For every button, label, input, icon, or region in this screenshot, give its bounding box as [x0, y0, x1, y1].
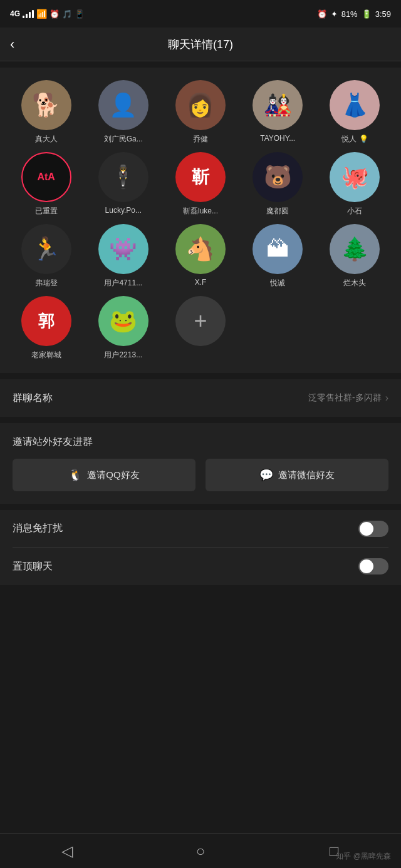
tiktok-icon: 🎵: [62, 9, 72, 19]
member-name: 乔健: [193, 134, 208, 145]
member-name: 用户4711...: [104, 278, 142, 288]
member-avatar: 🐴: [175, 224, 226, 274]
pin-label: 置顶聊天: [13, 560, 53, 573]
watermark: 知乎 @黑啤先森: [336, 851, 391, 862]
member-item[interactable]: 🏃弗瑞登: [10, 224, 82, 288]
wechat-icon: 💬: [259, 468, 273, 482]
member-avatar: 🐙: [330, 152, 380, 202]
member-avatar: 👾: [98, 224, 148, 274]
status-bar: 4G 📶 ⏰ 🎵 📱 ⏰ ✦ 81% 🔋 3:59: [0, 0, 401, 28]
member-avatar: 🕴: [98, 152, 148, 202]
member-name: 刘广民Ga...: [104, 134, 143, 145]
member-avatar: 👗: [330, 80, 380, 130]
member-item[interactable]: 🌲烂木头: [319, 224, 391, 288]
qq-icon: 🐧: [68, 468, 82, 482]
member-name: 已重置: [35, 206, 58, 217]
member-item[interactable]: 🐙小石: [319, 152, 391, 217]
bottom-nav: ◁ ○ □ 知乎 @黑啤先森: [0, 833, 401, 868]
member-avatar: 🐕: [21, 80, 71, 130]
member-avatar: 🐻: [253, 152, 303, 202]
group-name-value: 泛零售社群-多闪群 ›: [308, 392, 388, 404]
member-avatar: 👤: [98, 80, 148, 130]
pin-toggle-knob: [360, 559, 373, 573]
member-name: Lucky.Po...: [105, 206, 142, 215]
member-item[interactable]: 🐴X.F: [164, 224, 236, 288]
nav-home-button[interactable]: ○: [175, 839, 226, 864]
status-left: 4G 📶 ⏰ 🎵 📱: [10, 9, 85, 19]
member-name: 悦诚: [270, 278, 285, 288]
members-grid: 🐕真大人👤刘广民Ga...👩乔健🎎TAYOHY...👗悦人 💡AtA已重置🕴Lu…: [10, 80, 391, 360]
group-name-row[interactable]: 群聊名称 泛零售社群-多闪群 ›: [13, 379, 388, 417]
member-item[interactable]: 🕴Lucky.Po...: [87, 152, 159, 217]
bluetooth-icon: ✦: [331, 9, 338, 19]
app-icon: 📱: [75, 9, 85, 19]
member-avatar: 🐸: [98, 296, 148, 346]
member-name: 老家郸城: [31, 350, 61, 360]
member-item[interactable]: 靳靳磊luke...: [164, 152, 236, 217]
member-name: 悦人 💡: [341, 134, 368, 145]
member-name: 魔都圆: [266, 206, 289, 217]
invite-section: 邀请站外好友进群 🐧 邀请QQ好友 💬 邀请微信好友: [0, 423, 401, 504]
member-avatar: 🎎: [253, 80, 303, 130]
member-item[interactable]: 🏔悦诚: [242, 224, 314, 288]
group-name-label: 群聊名称: [13, 392, 53, 405]
status-right: ⏰ ✦ 81% 🔋 3:59: [317, 9, 391, 19]
member-item[interactable]: 🐻魔都圆: [242, 152, 314, 217]
header: ‹ 聊天详情(17): [0, 28, 401, 61]
chevron-right-icon: ›: [385, 392, 388, 404]
member-name: 弗瑞登: [35, 278, 58, 288]
member-name: 烂木头: [343, 278, 366, 288]
member-name: 真大人: [35, 134, 58, 145]
member-avatar: 🌲: [330, 224, 380, 274]
back-button[interactable]: ‹: [10, 36, 14, 53]
nav-back-button[interactable]: ◁: [42, 839, 92, 864]
member-item[interactable]: 👩乔健: [164, 80, 236, 145]
member-item[interactable]: AtA已重置: [10, 152, 82, 217]
member-item[interactable]: 🐕真大人: [10, 80, 82, 145]
members-section: 🐕真大人👤刘广民Ga...👩乔健🎎TAYOHY...👗悦人 💡AtA已重置🕴Lu…: [0, 68, 401, 373]
member-avatar: 靳: [175, 152, 226, 202]
member-item[interactable]: 👤刘广民Ga...: [87, 80, 159, 145]
member-name: TAYOHY...: [260, 134, 295, 143]
member-name: X.F: [195, 278, 207, 287]
alarm2-icon: ⏰: [317, 9, 327, 19]
member-name: 小石: [347, 206, 362, 217]
signal-bars: [23, 9, 34, 18]
wifi-icon: 📶: [36, 9, 47, 19]
member-item[interactable]: 👗悦人 💡: [319, 80, 391, 145]
dnd-row: 消息免打扰: [13, 510, 388, 548]
member-item[interactable]: 🎎TAYOHY...: [242, 80, 314, 145]
invite-buttons: 🐧 邀请QQ好友 💬 邀请微信好友: [13, 459, 388, 491]
member-name: 用户2213...: [104, 350, 142, 360]
member-avatar: 郭: [21, 296, 71, 346]
member-item[interactable]: 郭老家郸城: [10, 296, 82, 360]
member-item[interactable]: 🐸用户2213...: [87, 296, 159, 360]
invite-qq-button[interactable]: 🐧 邀请QQ好友: [13, 459, 195, 491]
member-item[interactable]: 👾用户4711...: [87, 224, 159, 288]
member-avatar: 🏔: [253, 224, 303, 274]
network-indicator: 4G: [10, 9, 20, 18]
dnd-toggle-knob: [360, 522, 373, 536]
add-member-item[interactable]: +: [164, 296, 236, 360]
page-title: 聊天详情(17): [168, 37, 233, 52]
clock: 3:59: [375, 9, 391, 19]
member-name: 靳磊luke...: [183, 206, 218, 217]
group-name-section: 群聊名称 泛零售社群-多闪群 ›: [0, 379, 401, 417]
pin-row: 置顶聊天: [13, 548, 388, 585]
invite-title: 邀请站外好友进群: [13, 436, 388, 449]
member-avatar: AtA: [21, 152, 71, 202]
member-avatar: 🏃: [21, 224, 71, 274]
battery-icon: 🔋: [362, 9, 372, 19]
dnd-label: 消息免打扰: [13, 522, 63, 535]
dnd-section: 消息免打扰 置顶聊天: [0, 510, 401, 585]
member-avatar: 👩: [175, 80, 226, 130]
invite-wechat-button[interactable]: 💬 邀请微信好友: [206, 459, 388, 491]
add-member-button[interactable]: +: [175, 296, 226, 346]
alarm-icon: ⏰: [49, 9, 60, 19]
pin-toggle[interactable]: [358, 558, 388, 574]
battery-percent: 81%: [341, 9, 358, 19]
dnd-toggle[interactable]: [358, 521, 388, 537]
